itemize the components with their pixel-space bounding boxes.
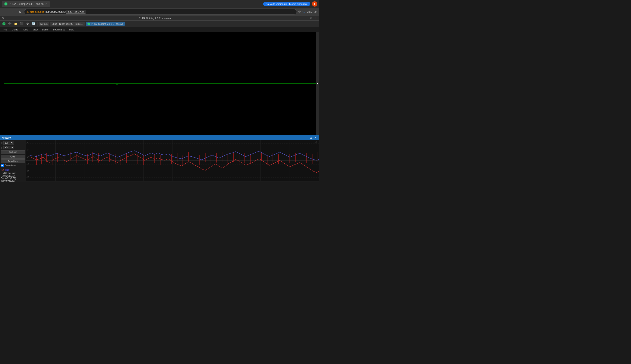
history-expand-btn[interactable]: ⊞ (309, 136, 313, 139)
history-title: History (2, 136, 11, 139)
kstars-label: KStars (40, 22, 48, 25)
close-button[interactable]: ✕ (314, 16, 317, 20)
menu-tools[interactable]: Tools (20, 28, 31, 31)
tab-tooltip: 6.11 - ZSO ASI (66, 10, 86, 14)
trendlines-button[interactable]: Trendlines (1, 160, 25, 163)
tab-close-icon[interactable]: ✕ (45, 3, 47, 6)
graph-area: 3" 2" 1" -1" -2" -3" (26, 140, 319, 181)
menu-guide[interactable]: Guide (10, 28, 20, 31)
titlebar-actions: ─ □ ✕ (305, 16, 317, 20)
crosshair-box (116, 82, 118, 85)
nav-bar: ← → ↻ ⚠ Non sécurisé astroberry.local/de… (0, 8, 319, 16)
security-icon: ⚠ (27, 10, 29, 13)
taskbar-ekos-app[interactable]: Ekos - Nikon D7100 Profile ... (50, 22, 85, 26)
tooltip-text: 6.11 - ZSO ASI (68, 10, 84, 13)
svg-text:1/1: 1/1 (314, 141, 317, 143)
corrections-checkbox[interactable] (1, 164, 4, 167)
graph-canvas: 1/1 (26, 140, 319, 181)
history-body: x: 100 y: +/-4' Settings Clear Trendline… (0, 140, 319, 181)
taskbar-refresh-icon[interactable]: 🔄 (31, 21, 36, 26)
x-scale-select[interactable]: 100 (3, 141, 14, 145)
params-bar: RA: Agr — Hys — MnMo — | DEC: Agr — MnMo… (0, 181, 319, 182)
settings-button[interactable]: Settings (1, 150, 25, 154)
y-scale-row: y: +/-4' (1, 146, 25, 149)
x-scale-row: x: 100 (1, 141, 25, 145)
menu-help[interactable]: Help (67, 28, 77, 31)
phd2-app: 6.11 - ZSO ASI ⊕ PHD2 Guiding 2.6.11 - z… (0, 16, 319, 182)
app-titlebar: ⊕ PHD2 Guiding 2.6.11 - zso asi ─ □ ✕ (0, 16, 319, 20)
y-scale-select[interactable]: +/-4' (3, 146, 14, 149)
history-controls: ⊞ ✕ (309, 136, 317, 139)
taskbar-gear-icon[interactable]: ⚙ (25, 21, 30, 26)
y-scale-label: y: (1, 146, 3, 149)
ekos-label: Ekos - Nikon D7100 Profile ... (52, 22, 83, 25)
ra-dec-labels: RA Dec (1, 169, 25, 171)
menu-bar: File Guide Tools View Darks Bookmarks He… (0, 27, 319, 32)
menu-file[interactable]: File (1, 28, 10, 31)
profile-icon[interactable]: T (312, 1, 317, 6)
tab-bar: PHD2 Guiding 2.6.11 - zso asi ✕ Nouvelle… (0, 0, 319, 8)
dec-label: Dec (5, 169, 9, 171)
history-close-btn[interactable]: ✕ (313, 136, 317, 139)
phd2-favicon (88, 22, 90, 25)
graph-svg: 1/1 (26, 140, 319, 181)
star-icon[interactable]: ☆ (298, 10, 301, 14)
history-header: History ⊞ ✕ (0, 135, 319, 140)
tab-favicon (5, 2, 8, 6)
crosshair-horizontal (5, 84, 316, 84)
app-title: PHD2 Guiding 2.6.11 - zso asi (5, 17, 305, 20)
star-dot (47, 60, 48, 60)
menu-bookmarks[interactable]: Bookmarks (51, 28, 67, 31)
x-scale-label: x: (1, 142, 3, 144)
taskbar: ➕ 📁 ⬛ ⚙ 🔄 KStars Ekos - Nikon D7100 Prof… (0, 20, 319, 27)
chrome-actions: Nouvelle version de Chrome disponible T (263, 1, 317, 6)
nav-icons: ☆ 🛡 (298, 10, 306, 14)
menu-darks[interactable]: Darks (40, 28, 51, 31)
shield-icon[interactable]: 🛡 (302, 10, 306, 14)
history-sidebar: x: 100 y: +/-4' Settings Clear Trendline… (0, 140, 26, 181)
url-bar[interactable]: ⚠ Non sécurisé astroberry.local/desktop/ (24, 9, 297, 15)
taskbar-add-icon[interactable]: ➕ (7, 21, 13, 26)
corrections-row: Corrections (1, 164, 25, 167)
star-dot (136, 102, 136, 102)
rms-dec: Dec 0.52 (1.69) (1, 177, 25, 180)
reload-button[interactable]: ↻ (17, 9, 23, 15)
ra-label: RA (1, 169, 4, 171)
taskbar-folder-icon[interactable]: 📁 (13, 21, 19, 26)
star-dot (98, 92, 98, 92)
rms-section: RMS Error [px]: RA 0.26 (0.85) Dec 0.52 … (1, 172, 25, 182)
taskbar-separator (37, 22, 38, 26)
main-view: ▶ (0, 32, 319, 135)
menu-view[interactable]: View (31, 28, 40, 31)
minimize-button[interactable]: ─ (305, 16, 308, 20)
maximize-button[interactable]: □ (309, 16, 313, 20)
back-button[interactable]: ← (2, 9, 8, 15)
rms-ra: RA 0.26 (0.85) (1, 175, 25, 177)
history-panel: History ⊞ ✕ x: 100 y: +/-4' (0, 135, 319, 181)
guide-view (0, 32, 316, 135)
taskbar-terminal-icon[interactable]: ⬛ (19, 21, 24, 26)
taskbar-phd2-app[interactable]: PHD2 Guiding 2.6.11 - zso asi (86, 22, 125, 26)
time-display: 02:07:34 (307, 10, 317, 13)
corrections-label: Corrections (5, 164, 16, 167)
browser-chrome: PHD2 Guiding 2.6.11 - zso asi ✕ Nouvelle… (0, 0, 319, 16)
update-button[interactable]: Nouvelle version de Chrome disponible (263, 2, 310, 6)
phd2-label: PHD2 Guiding 2.6.11 - zso asi (91, 22, 123, 25)
taskbar-kstars-app[interactable]: KStars (39, 22, 49, 26)
app-icon: ⊕ (2, 17, 4, 20)
clear-button[interactable]: Clear (1, 155, 25, 158)
security-label: Non sécurisé (30, 10, 44, 13)
taskbar-home-icon[interactable] (1, 21, 7, 26)
forward-button[interactable]: → (9, 9, 15, 15)
side-panel: ▶ (316, 32, 319, 135)
collapse-arrow[interactable]: ▶ (316, 82, 319, 86)
rms-total: Tot 0.59 (1.89) (1, 180, 25, 182)
tab-title: PHD2 Guiding 2.6.11 - zso asi (9, 2, 44, 6)
rms-title: RMS Error [px]: (1, 172, 25, 174)
active-tab[interactable]: PHD2 Guiding 2.6.11 - zso asi ✕ (2, 1, 50, 7)
